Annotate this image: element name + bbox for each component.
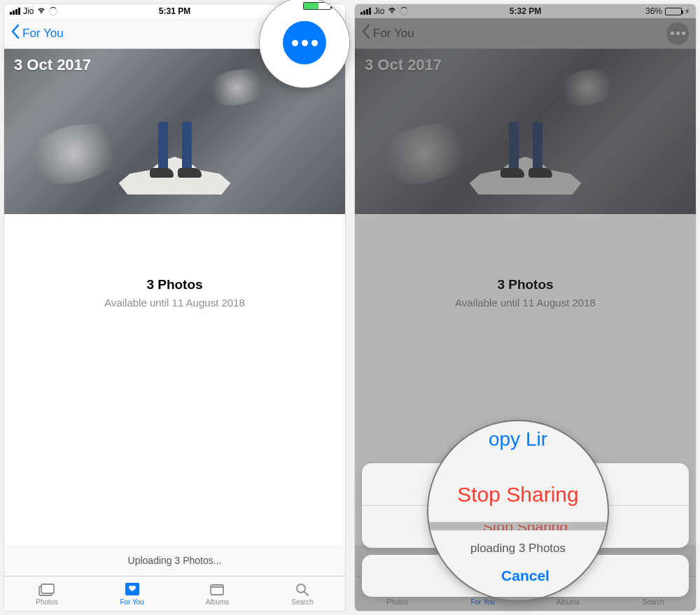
svg-rect-1 bbox=[41, 584, 54, 593]
albums-icon bbox=[208, 581, 226, 597]
status-bar: Jio 5:32 PM 36% ⚡︎ bbox=[355, 4, 696, 18]
tab-label: Photos bbox=[36, 598, 57, 606]
battery-icon bbox=[303, 2, 331, 10]
battery-percentage: 36% bbox=[645, 6, 662, 16]
back-label: For You bbox=[22, 27, 64, 41]
back-label: For You bbox=[373, 27, 414, 41]
availability-subtitle: Available until 11 August 2018 bbox=[369, 297, 682, 309]
tab-bar: Photos For You Albums Search bbox=[4, 576, 345, 611]
carrier-label: Jio bbox=[374, 6, 384, 16]
tab-albums[interactable]: Albums bbox=[175, 577, 260, 611]
photos-stack-icon bbox=[38, 581, 56, 597]
more-options-icon bbox=[283, 21, 326, 64]
search-icon bbox=[293, 581, 312, 597]
tab-photos[interactable]: Photos bbox=[4, 577, 90, 611]
chevron-left-icon bbox=[362, 24, 370, 42]
status-time: 5:31 PM bbox=[159, 6, 190, 16]
memory-hero-photo: 3 Oct 2017 bbox=[355, 49, 696, 214]
wifi-icon bbox=[387, 6, 397, 16]
battery-icon bbox=[665, 8, 682, 15]
back-button: For You bbox=[362, 24, 414, 42]
tab-search[interactable]: Search bbox=[260, 577, 345, 611]
tab-label: For You bbox=[120, 598, 144, 606]
signal-icon bbox=[360, 8, 371, 15]
upload-status-text: Uploading 3 Photos... bbox=[128, 555, 222, 566]
wifi-icon bbox=[36, 6, 46, 16]
loading-spinner-icon bbox=[400, 7, 408, 15]
nav-bar: For You bbox=[355, 18, 696, 49]
tab-label: Search bbox=[291, 598, 314, 606]
svg-rect-3 bbox=[211, 585, 223, 595]
content-area: 3 Photos Available until 11 August 2018 bbox=[355, 214, 696, 323]
carrier-label: Jio bbox=[23, 6, 34, 16]
more-options-button bbox=[666, 22, 689, 45]
signal-icon bbox=[10, 8, 20, 15]
back-button[interactable]: For You bbox=[11, 24, 64, 42]
svg-line-6 bbox=[304, 592, 308, 595]
tab-for-you[interactable]: For You bbox=[90, 577, 175, 611]
svg-point-5 bbox=[297, 584, 305, 593]
upload-status-bar: Uploading 3 Photos... bbox=[4, 545, 345, 576]
for-you-icon bbox=[123, 581, 141, 597]
tab-label: Albums bbox=[206, 598, 229, 606]
availability-subtitle: Available until 11 August 2018 bbox=[18, 297, 331, 309]
stop-sharing-magnified: Stop Sharing bbox=[428, 465, 608, 525]
callout-magnifier-more-button bbox=[259, 0, 350, 88]
status-time: 5:32 PM bbox=[510, 6, 541, 16]
memory-date: 3 Oct 2017 bbox=[14, 56, 91, 74]
memory-date: 3 Oct 2017 bbox=[365, 56, 442, 74]
callout-magnifier-stop-sharing: opy Lir Stop Sharing ploading 3 Photos bbox=[427, 420, 609, 602]
content-area: 3 Photos Available until 11 August 2018 bbox=[4, 214, 345, 323]
upload-status-magnified: ploading 3 Photos bbox=[428, 530, 608, 567]
photo-count-title: 3 Photos bbox=[369, 277, 682, 292]
chevron-left-icon bbox=[11, 24, 20, 42]
loading-spinner-icon bbox=[49, 7, 57, 15]
photo-count-title: 3 Photos bbox=[18, 277, 331, 292]
screenshot-left: Jio 5:31 PM For You bbox=[4, 4, 345, 611]
charging-bolt-icon: ⚡︎ bbox=[685, 7, 690, 16]
